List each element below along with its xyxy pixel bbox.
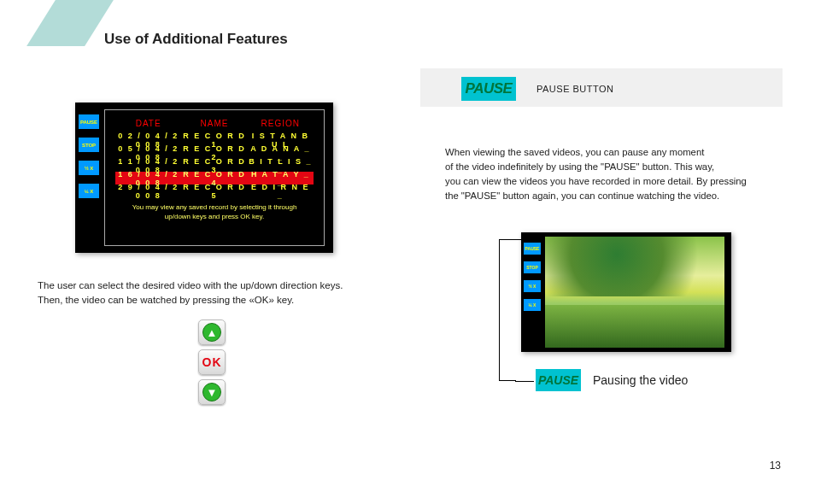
- col-name-header: NAME: [181, 119, 247, 128]
- cell-name: R E C O R D 5: [181, 183, 247, 200]
- quarter-speed-button[interactable]: ¼ X: [79, 184, 99, 198]
- half-speed-button[interactable]: ½ X: [79, 161, 99, 175]
- video-scenery: [545, 237, 724, 348]
- water-icon: [545, 305, 724, 348]
- up-key[interactable]: ▲: [198, 319, 226, 345]
- pause-description: When viewing the saved videos, you can p…: [445, 145, 783, 203]
- pause-badge-small: PAUSE: [536, 369, 581, 391]
- video-side-buttons: PAUSE STOP ½ X ¼ X: [524, 243, 541, 311]
- page-title: Use of Additional Features: [104, 31, 288, 48]
- arrow-down-icon: ▼: [202, 383, 221, 401]
- records-table: DATE NAME REGION 0 2 / 0 4 / 2 0 0 8 R E…: [104, 109, 325, 246]
- quarter-speed-button[interactable]: ¼ X: [524, 299, 541, 311]
- ok-key[interactable]: OK: [198, 349, 226, 375]
- pause-badge: PAUSE: [461, 77, 516, 101]
- down-key[interactable]: ▼: [198, 379, 226, 405]
- table-row[interactable]: 2 9 / 0 4 / 2 0 0 8 R E C O R D 5 E D I …: [115, 185, 314, 197]
- stop-side-button[interactable]: STOP: [79, 138, 99, 152]
- half-speed-button[interactable]: ½ X: [524, 280, 541, 292]
- col-region-header: REGION: [248, 119, 314, 128]
- callout-stub: [515, 239, 521, 240]
- table-help-text: You may view any saved record by selecti…: [105, 197, 324, 221]
- remote-control-keys: ▲ OK ▼: [198, 319, 226, 405]
- saved-records-panel: PAUSE STOP ½ X ¼ X DATE NAME REGION 0 2 …: [75, 103, 333, 253]
- cell-region: E D I R N E _: [248, 183, 314, 200]
- col-date-header: DATE: [115, 119, 181, 128]
- cell-date: 2 9 / 0 4 / 2 0 0 8: [115, 183, 181, 200]
- decorative-header-shape: [26, 0, 114, 46]
- ok-label: OK: [202, 355, 222, 369]
- left-caption: The user can select the desired video wi…: [38, 278, 343, 308]
- pause-side-button[interactable]: PAUSE: [524, 243, 541, 255]
- desc-line: you can view the videos you have recorde…: [445, 174, 783, 189]
- panel-side-buttons: PAUSE STOP ½ X ¼ X: [79, 114, 99, 198]
- pausing-caption: Pausing the video: [593, 373, 688, 387]
- arrow-up-icon: ▲: [202, 323, 221, 342]
- page-number: 13: [770, 460, 781, 472]
- pause-side-button[interactable]: PAUSE: [79, 114, 99, 129]
- table-header-row: DATE NAME REGION: [105, 110, 324, 133]
- desc-line: When viewing the saved videos, you can p…: [445, 145, 783, 160]
- pause-badge-text: PAUSE: [538, 373, 578, 387]
- tree-icon: [545, 237, 724, 296]
- callout-stub: [515, 381, 534, 382]
- video-preview-panel: PAUSE STOP ½ X ¼ X: [521, 232, 731, 352]
- stop-side-button[interactable]: STOP: [524, 261, 541, 273]
- callout-bracket: [499, 239, 516, 381]
- pause-button-label: PAUSE BUTTON: [536, 84, 614, 94]
- desc-line: of the video indefinitely by using the "…: [445, 160, 783, 174]
- pause-badge-text: PAUSE: [466, 80, 513, 97]
- caption-line: Then, the video can be watched by pressi…: [38, 293, 343, 308]
- desc-line: the "PAUSE" button again, you can contin…: [445, 189, 783, 203]
- caption-line: The user can select the desired video wi…: [38, 278, 343, 293]
